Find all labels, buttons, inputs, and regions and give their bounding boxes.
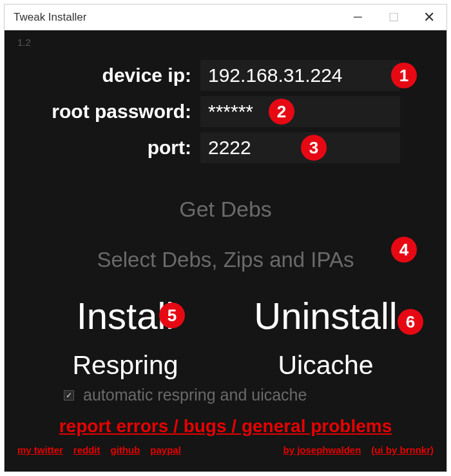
app-window: Tweak Installer ─ ☐ ✕ 1.2 device ip: roo… [4, 4, 447, 472]
device-ip-row: device ip: [14, 60, 437, 91]
annotation-badge-6: 6 [398, 309, 423, 335]
uicache-button[interactable]: Uicache [225, 350, 426, 381]
get-debs-button[interactable]: Get Debs [179, 197, 272, 222]
install-uninstall-row: Install Uninstall [14, 294, 437, 337]
minimize-button[interactable]: ─ [340, 5, 376, 30]
reddit-link[interactable]: reddit [73, 444, 101, 455]
device-ip-input[interactable] [200, 60, 400, 91]
ui-credit-link[interactable]: (ui by brnnkr) [371, 444, 434, 455]
connection-fields: device ip: root password: port: [14, 60, 437, 168]
close-button[interactable]: ✕ [411, 5, 446, 30]
titlebar: Tweak Installer ─ ☐ ✕ [5, 5, 446, 30]
client-area: 1.2 device ip: root password: port: Get … [5, 30, 446, 471]
auto-respring-row: ✓ automatic respring and uicache [14, 386, 437, 404]
twitter-link[interactable]: my twitter [17, 444, 63, 455]
auto-respring-label: automatic respring and uicache [83, 386, 307, 404]
version-label: 1.2 [14, 30, 437, 55]
device-ip-label: device ip: [14, 64, 200, 86]
window-controls: ─ ☐ ✕ [340, 5, 446, 30]
annotation-badge-3: 3 [301, 135, 327, 161]
author-link[interactable]: by josephwalden [283, 444, 361, 455]
auto-respring-checkbox[interactable]: ✓ [64, 390, 74, 401]
footer-links: my twitter reddit github paypal by josep… [14, 444, 437, 458]
maximize-button[interactable]: ☐ [376, 5, 411, 30]
annotation-badge-2: 2 [269, 99, 294, 124]
footer-spacer [191, 444, 273, 455]
github-link[interactable]: github [111, 444, 140, 455]
root-password-input[interactable] [200, 96, 400, 127]
port-label: port: [14, 137, 200, 159]
paypal-link[interactable]: paypal [150, 444, 181, 455]
window-title: Tweak Installer [5, 11, 340, 24]
report-link[interactable]: report errors / bugs / general problems [14, 416, 437, 437]
annotation-badge-4: 4 [391, 237, 417, 263]
respring-button[interactable]: Respring [25, 350, 225, 381]
get-debs-row: Get Debs [14, 197, 437, 222]
install-button[interactable]: Install [25, 294, 225, 337]
port-row: port: [14, 132, 437, 163]
root-password-row: root password: [14, 96, 437, 127]
select-debs-button[interactable]: Select Debs, Zips and IPAs [14, 248, 437, 272]
uninstall-button[interactable]: Uninstall [225, 294, 426, 337]
root-password-label: root password: [14, 101, 200, 123]
port-input[interactable] [200, 132, 400, 163]
annotation-badge-5: 5 [159, 302, 185, 328]
annotation-badge-1: 1 [391, 63, 417, 88]
respring-uicache-row: Respring Uicache [14, 350, 437, 381]
